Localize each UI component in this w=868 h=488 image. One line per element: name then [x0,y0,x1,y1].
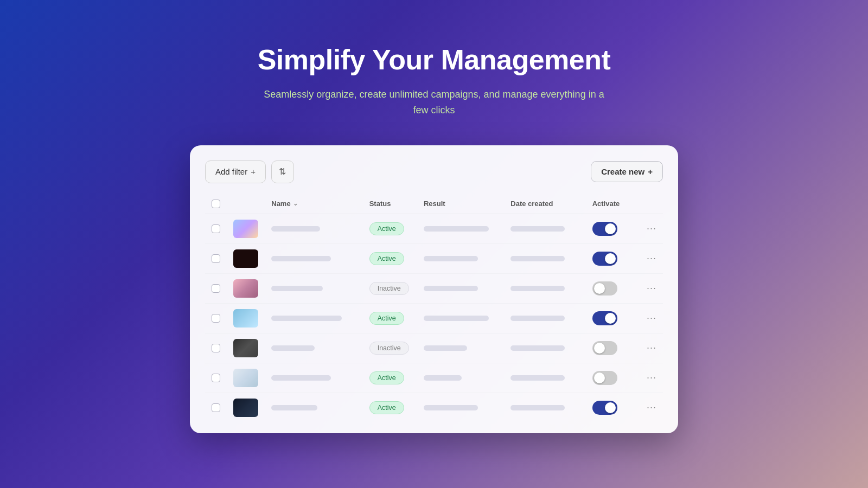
row-checkbox-7[interactable] [212,403,220,412]
date-bar-6 [510,375,565,381]
date-bar-1 [510,226,565,232]
toggle-knob-5 [594,343,605,354]
result-bar-7 [424,405,478,410]
toggle-knob-3 [594,283,605,294]
activate-toggle-4[interactable] [592,311,617,325]
name-column-header: Name [271,200,290,208]
table-row: Inactive ··· [205,273,663,303]
campaign-thumbnail-1 [233,220,258,238]
activate-toggle-6[interactable] [592,371,617,385]
table-row: Active ··· [205,214,663,243]
campaign-name-1 [271,226,320,232]
status-badge-4: Active [369,312,404,325]
row-checkbox-3[interactable] [212,284,220,293]
result-bar-5 [424,345,467,351]
hero-subtitle: Seamlessly organize, create unlimited ca… [258,87,610,118]
select-all-checkbox[interactable] [212,200,220,208]
campaign-name-2 [271,256,331,261]
campaign-name-7 [271,405,317,410]
more-options-button-6[interactable]: ··· [647,372,656,383]
more-options-button-5[interactable]: ··· [647,342,656,354]
status-badge-6: Active [369,371,404,384]
table-row: Active ··· [205,393,663,422]
row-checkbox-6[interactable] [212,374,220,382]
toggle-knob-7 [605,402,616,413]
more-options-button-1[interactable]: ··· [647,223,656,234]
campaign-thumbnail-7 [233,399,258,417]
activate-toggle-7[interactable] [592,401,617,415]
campaign-thumbnail-3 [233,279,258,298]
toggle-knob-6 [594,373,605,383]
result-bar-3 [424,286,478,291]
table-row: Inactive ··· [205,333,663,363]
date-bar-4 [510,316,565,321]
result-column-header: Result [417,194,504,214]
campaign-thumbnail-6 [233,369,258,387]
campaigns-table: Name ⌄ Status Result Date created Activa… [205,194,663,422]
result-bar-4 [424,316,489,321]
date-bar-2 [510,256,565,261]
result-bar-6 [424,375,462,381]
date-bar-3 [510,286,565,291]
more-options-button-4[interactable]: ··· [647,312,656,324]
date-bar-7 [510,405,565,410]
activate-toggle-3[interactable] [592,281,617,296]
campaign-name-6 [271,375,331,381]
campaign-name-5 [271,345,315,351]
status-badge-2: Active [369,252,404,265]
toolbar: Add filter + ⇅ Create new + [205,160,663,183]
status-badge-3: Inactive [369,282,409,295]
campaign-thumbnail-4 [233,309,258,328]
name-column-sort[interactable]: Name ⌄ [271,200,356,208]
toggle-knob-4 [605,313,616,324]
add-filter-label: Add filter [215,167,247,176]
create-new-label: Create new [601,167,644,176]
activate-toggle-5[interactable] [592,341,617,355]
status-column-header: Status [363,194,417,214]
row-checkbox-1[interactable] [212,224,220,233]
row-checkbox-5[interactable] [212,344,220,352]
management-card: Add filter + ⇅ Create new + Name [190,145,678,433]
more-options-button-3[interactable]: ··· [647,282,656,294]
activate-toggle-2[interactable] [592,252,617,266]
activate-toggle-1[interactable] [592,222,617,236]
status-badge-1: Active [369,222,404,235]
create-new-button[interactable]: Create new + [591,161,663,182]
campaign-name-4 [271,316,342,321]
status-badge-7: Active [369,401,404,414]
create-new-plus-icon: + [648,167,653,176]
date-column-header: Date created [504,194,585,214]
table-row: Active ··· [205,243,663,273]
name-sort-icon: ⌄ [293,200,298,207]
activate-column-header: Activate [586,194,640,214]
result-bar-1 [424,226,489,232]
campaign-thumbnail-2 [233,249,258,268]
add-filter-plus-icon: + [251,167,256,176]
table-row: Active ··· [205,363,663,393]
date-bar-5 [510,345,565,351]
more-options-button-2[interactable]: ··· [647,253,656,264]
row-checkbox-2[interactable] [212,254,220,263]
toggle-knob-1 [605,223,616,234]
campaign-thumbnail-5 [233,339,258,357]
hero-title: Simplify Your Management [258,43,611,76]
sort-button[interactable]: ⇅ [271,160,294,183]
toolbar-left: Add filter + ⇅ [205,160,294,183]
sort-icon: ⇅ [279,166,286,177]
row-checkbox-4[interactable] [212,314,220,323]
campaign-name-3 [271,286,323,291]
table-row: Active ··· [205,303,663,333]
status-badge-5: Inactive [369,342,409,355]
add-filter-button[interactable]: Add filter + [205,160,266,183]
toggle-knob-2 [605,253,616,264]
table-header-row: Name ⌄ Status Result Date created Activa… [205,194,663,214]
more-options-button-7[interactable]: ··· [647,402,656,413]
result-bar-2 [424,256,478,261]
